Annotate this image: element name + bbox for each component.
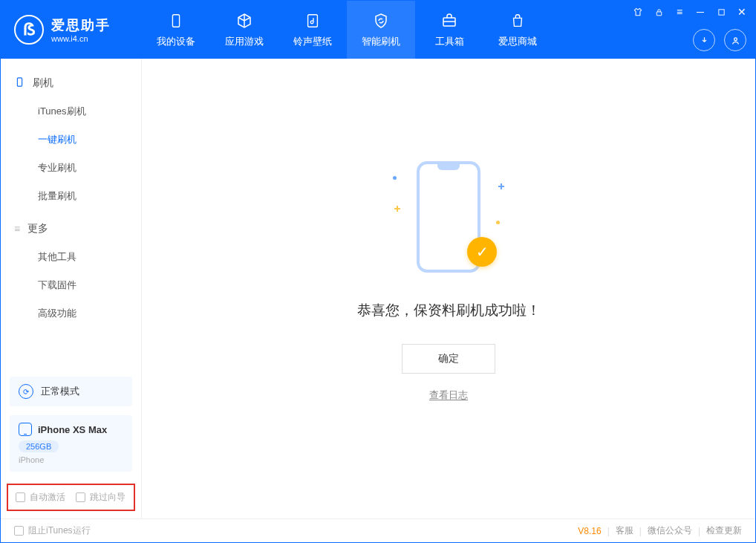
checkbox-block-itunes[interactable]: 阻止iTunes运行 bbox=[14, 524, 91, 537]
check-update-link[interactable]: 检查更新 bbox=[706, 524, 742, 537]
shirt-icon[interactable] bbox=[629, 4, 647, 20]
phone-outline-icon bbox=[14, 77, 25, 90]
user-icon[interactable] bbox=[724, 29, 746, 51]
dot-icon bbox=[496, 221, 500, 224]
sidebar-item-batch-flash[interactable]: 批量刷机 bbox=[14, 182, 128, 210]
menu-icon[interactable]: ≡ bbox=[671, 4, 688, 20]
body: 刷机 iTunes刷机 一键刷机 专业刷机 批量刷机 ≡ 更多 其他工具 下载固… bbox=[1, 59, 755, 518]
logo: ẞ 爱思助手 www.i4.cn bbox=[1, 1, 142, 59]
wechat-link[interactable]: 微信公众号 bbox=[648, 524, 692, 537]
tab-apps-games[interactable]: 应用游戏 bbox=[210, 1, 278, 59]
checkbox-auto-activate[interactable]: 自动激活 bbox=[16, 491, 65, 504]
header: ẞ 爱思助手 www.i4.cn 我的设备 应用游戏 铃声壁纸 智能刷机 bbox=[1, 1, 755, 59]
svg-rect-6 bbox=[17, 78, 22, 86]
svg-point-5 bbox=[734, 37, 737, 40]
checkbox-label: 自动激活 bbox=[30, 491, 65, 504]
tab-label: 智能刷机 bbox=[362, 35, 400, 48]
sidebar: 刷机 iTunes刷机 一键刷机 专业刷机 批量刷机 ≡ 更多 其他工具 下载固… bbox=[1, 59, 142, 518]
sidebar-section-title: 更多 bbox=[27, 222, 48, 235]
phone-icon bbox=[166, 11, 186, 30]
separator: | bbox=[639, 526, 642, 536]
support-link[interactable]: 客服 bbox=[616, 524, 633, 537]
device-card[interactable]: iPhone XS Max 256GB iPhone bbox=[10, 415, 132, 472]
capacity-badge: 256GB bbox=[19, 440, 59, 452]
check-badge-icon: ✓ bbox=[467, 237, 497, 267]
checkbox-label: 跳过向导 bbox=[90, 491, 126, 504]
tab-ringtones-wallpapers[interactable]: 铃声壁纸 bbox=[278, 1, 347, 59]
tab-my-device[interactable]: 我的设备 bbox=[142, 1, 210, 59]
sidebar-item-other-tools[interactable]: 其他工具 bbox=[14, 243, 128, 271]
checkbox-icon bbox=[14, 526, 24, 536]
sparkle-icon bbox=[394, 206, 400, 212]
nav-tabs: 我的设备 应用游戏 铃声壁纸 智能刷机 工具箱 爱思商城 bbox=[142, 1, 552, 59]
separator: | bbox=[698, 526, 700, 536]
sidebar-item-oneclick-flash[interactable]: 一键刷机 bbox=[14, 126, 128, 154]
success-message: 恭喜您，保资料刷机成功啦！ bbox=[357, 301, 541, 320]
sparkle-icon bbox=[498, 183, 504, 189]
app-url: www.i4.cn bbox=[51, 34, 111, 43]
download-icon[interactable] bbox=[693, 29, 715, 51]
cube-icon bbox=[235, 11, 254, 30]
sync-icon: ⟳ bbox=[19, 384, 33, 399]
device-type: iPhone bbox=[19, 455, 123, 464]
tab-label: 工具箱 bbox=[435, 35, 464, 48]
checkbox-label: 阻止iTunes运行 bbox=[28, 524, 91, 537]
tab-label: 铃声壁纸 bbox=[293, 35, 332, 48]
sidebar-item-itunes-flash[interactable]: iTunes刷机 bbox=[14, 97, 128, 126]
toolbox-icon bbox=[440, 11, 459, 30]
lock-icon[interactable] bbox=[650, 4, 668, 20]
svg-rect-0 bbox=[172, 15, 179, 27]
tab-toolbox[interactable]: 工具箱 bbox=[415, 1, 483, 59]
tab-smart-flash[interactable]: 智能刷机 bbox=[347, 1, 415, 59]
view-log-link[interactable]: 查看日志 bbox=[429, 388, 468, 402]
options-highlight-box: 自动激活 跳过向导 bbox=[7, 484, 135, 511]
sidebar-item-download-firmware[interactable]: 下载固件 bbox=[14, 271, 128, 299]
main-content: ✓ 恭喜您，保资料刷机成功啦！ 确定 查看日志 bbox=[142, 59, 755, 518]
list-icon: ≡ bbox=[14, 223, 20, 235]
sidebar-section-title: 刷机 bbox=[33, 77, 53, 90]
mode-indicator[interactable]: ⟳ 正常模式 bbox=[10, 377, 132, 406]
tab-store[interactable]: 爱思商城 bbox=[483, 1, 552, 59]
sidebar-section-flash[interactable]: 刷机 bbox=[14, 69, 128, 97]
bag-icon bbox=[508, 11, 527, 30]
device-name: iPhone XS Max bbox=[38, 424, 107, 435]
header-action-circles bbox=[693, 29, 746, 51]
separator: | bbox=[607, 526, 610, 536]
window-controls: ≡ ─ ✕ bbox=[629, 4, 751, 20]
app-window: ẞ 爱思助手 www.i4.cn 我的设备 应用游戏 铃声壁纸 智能刷机 bbox=[0, 0, 756, 543]
svg-rect-4 bbox=[718, 9, 723, 14]
ok-button[interactable]: 确定 bbox=[402, 344, 495, 374]
tab-label: 爱思商城 bbox=[498, 35, 537, 48]
checkbox-icon bbox=[76, 492, 85, 502]
checkbox-skip-guide[interactable]: 跳过向导 bbox=[76, 491, 126, 504]
logo-icon: ẞ bbox=[14, 15, 44, 45]
dot-icon bbox=[393, 176, 397, 180]
app-name: 爱思助手 bbox=[51, 16, 111, 34]
shield-refresh-icon bbox=[371, 11, 391, 30]
sidebar-item-advanced[interactable]: 高级功能 bbox=[14, 299, 128, 328]
checkbox-icon bbox=[16, 492, 25, 502]
sidebar-item-pro-flash[interactable]: 专业刷机 bbox=[14, 154, 128, 182]
tab-label: 应用游戏 bbox=[225, 35, 264, 48]
tab-label: 我的设备 bbox=[157, 35, 195, 48]
version-label: V8.16 bbox=[578, 526, 601, 536]
sidebar-section-more[interactable]: ≡ 更多 bbox=[14, 215, 128, 243]
svg-rect-3 bbox=[656, 11, 662, 15]
mode-label: 正常模式 bbox=[41, 385, 79, 398]
status-bar: 阻止iTunes运行 V8.16 | 客服 | 微信公众号 | 检查更新 bbox=[1, 518, 755, 542]
music-file-icon bbox=[303, 11, 322, 30]
minimize-button[interactable]: ─ bbox=[691, 4, 709, 20]
close-button[interactable]: ✕ bbox=[733, 4, 751, 20]
maximize-button[interactable] bbox=[712, 4, 730, 20]
success-illustration: ✓ bbox=[393, 154, 504, 280]
device-icon bbox=[19, 423, 32, 436]
